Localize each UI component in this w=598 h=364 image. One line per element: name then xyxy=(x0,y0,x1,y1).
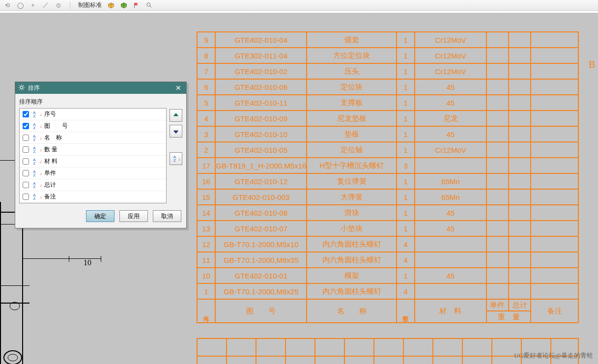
cell-code: GTE402-010-11 xyxy=(215,95,307,111)
sort-item[interactable]: AZ↓名 称 xyxy=(20,132,166,144)
cell-qty: 1 xyxy=(397,111,415,126)
move-down-button[interactable] xyxy=(170,125,182,138)
tool-icon[interactable]: ◯ xyxy=(17,2,24,9)
cell xyxy=(509,221,531,236)
close-icon[interactable]: ✕ xyxy=(173,84,183,92)
sort-item[interactable]: AZ↓序号 xyxy=(20,109,166,120)
sort-item[interactable]: AZ↓备注 xyxy=(20,191,166,203)
cell xyxy=(531,95,578,111)
cell-name: 垫板 xyxy=(307,126,396,142)
cell xyxy=(486,268,509,283)
sort-list[interactable]: AZ↓序号AZ↓图 号AZ↓名 称AZ↓数 量AZ↓材 料AZ↓单件AZ↓总计A… xyxy=(19,108,167,203)
cell xyxy=(531,268,578,283)
sort-item[interactable]: AZ↓数 量 xyxy=(20,144,166,156)
sort-item-label: 备注 xyxy=(44,193,56,201)
apply-button[interactable]: 应用 xyxy=(119,210,148,222)
cell-num: 3 xyxy=(197,126,215,142)
tool-icon[interactable]: ⟲ xyxy=(4,2,11,9)
search-icon[interactable] xyxy=(146,2,153,9)
cell-mat: 45 xyxy=(415,95,486,111)
sort-checkbox[interactable] xyxy=(23,182,29,188)
toolbar-label: 制图标准 xyxy=(78,1,102,9)
sort-checkbox[interactable] xyxy=(23,123,29,129)
down-arrow-icon: ↓ xyxy=(40,112,42,117)
move-up-button[interactable] xyxy=(170,109,182,122)
sort-checkbox[interactable] xyxy=(23,146,29,153)
cube-icon[interactable] xyxy=(108,2,114,9)
cell-code: GTE402-010-02 xyxy=(215,63,307,79)
cell xyxy=(531,126,578,142)
cell-name: 模架 xyxy=(307,268,396,283)
cell-mat: 45 xyxy=(415,221,486,236)
cell-qty: 1 xyxy=(397,63,415,79)
cell xyxy=(509,48,531,63)
dialog-titlebar[interactable]: 排序 ✕ xyxy=(15,82,186,94)
cell xyxy=(486,236,509,252)
cell xyxy=(509,173,531,189)
cell-name: 滑块 xyxy=(307,205,396,221)
cell xyxy=(486,95,509,111)
sort-checkbox[interactable] xyxy=(23,170,29,176)
cell-code: GTE402-010-04 xyxy=(215,32,307,48)
tool-icon[interactable]: ⊙ xyxy=(55,2,62,9)
cell-name: 大弹簧 xyxy=(307,189,396,205)
flag-icon[interactable] xyxy=(133,2,140,9)
cube-icon[interactable] xyxy=(120,2,127,9)
cell-qty: 1 xyxy=(397,173,415,189)
cell-mat xyxy=(415,252,486,268)
cell-num: 1 xyxy=(197,283,215,299)
dialog-title: 排序 xyxy=(28,84,40,92)
drawing-canvas[interactable]: 10 排序 ✕ 排序顺序 AZ↓序号AZ↓图 号AZ↓名 称AZ↓数 量AZ↓材… xyxy=(0,11,598,364)
sort-item-label: 单件 xyxy=(44,169,56,177)
cell-num: 14 xyxy=(197,205,215,221)
cell-num: 4 xyxy=(197,111,215,126)
sort-item[interactable]: AZ↓材 料 xyxy=(20,156,166,168)
cell xyxy=(531,79,578,95)
cell-mat: Cr12MoV xyxy=(415,63,486,79)
ok-button[interactable]: 确定 xyxy=(86,210,114,222)
cell-qty: 1 xyxy=(397,79,415,95)
cell xyxy=(531,32,578,48)
cell-mat: 45 xyxy=(415,268,486,283)
az-icon: AZ xyxy=(31,170,38,177)
sort-checkbox[interactable] xyxy=(23,135,29,141)
svg-point-3 xyxy=(8,354,18,361)
cell xyxy=(509,63,531,79)
sort-checkbox[interactable] xyxy=(23,158,29,165)
sort-item-label: 序号 xyxy=(44,110,56,118)
cell-qty: 1 xyxy=(397,205,415,221)
cell-name: 支撑板 xyxy=(307,95,396,111)
cell xyxy=(486,158,509,173)
sort-item[interactable]: AZ↓总计 xyxy=(20,179,166,191)
sort-item[interactable]: AZ↓单件 xyxy=(20,168,166,179)
cell xyxy=(531,236,578,252)
cell-qty: 1 xyxy=(397,95,415,111)
section-label: 排序顺序 xyxy=(19,98,182,106)
cell-num: 17 xyxy=(197,158,215,173)
cell-code: GTE402-010-10 xyxy=(215,126,307,142)
col-header: 重 量 xyxy=(486,311,531,323)
cell-qty: 1 xyxy=(397,268,415,283)
cell-num: 7 xyxy=(197,63,215,79)
col-header: 总计 xyxy=(509,299,531,311)
tool-icon[interactable]: ＋ xyxy=(29,2,36,9)
cell-num: 15 xyxy=(197,189,215,205)
sort-az-button[interactable]: AZ↓ xyxy=(170,152,182,165)
cell xyxy=(509,32,531,48)
cell-name: 复位弹簧 xyxy=(307,173,396,189)
cell xyxy=(509,95,531,111)
cell-name: 定位轴 xyxy=(307,142,396,158)
cell-num: 5 xyxy=(197,95,215,111)
cancel-button[interactable]: 取消 xyxy=(153,210,181,222)
az-icon: AZ xyxy=(31,146,38,153)
sort-item[interactable]: AZ↓图 号 xyxy=(20,120,166,132)
tool-icon[interactable]: ／ xyxy=(42,2,49,9)
cell xyxy=(486,111,509,126)
parts-table: 9GTE402-010-04镶套1Cr12MoV8GTE302-011-04方位… xyxy=(197,31,579,323)
cell xyxy=(531,283,578,299)
cell-mat: 尼龙 xyxy=(415,111,486,126)
sort-checkbox[interactable] xyxy=(23,111,29,117)
cell xyxy=(531,158,578,173)
sort-checkbox[interactable] xyxy=(23,194,29,200)
down-arrow-icon: ↓ xyxy=(40,159,42,164)
